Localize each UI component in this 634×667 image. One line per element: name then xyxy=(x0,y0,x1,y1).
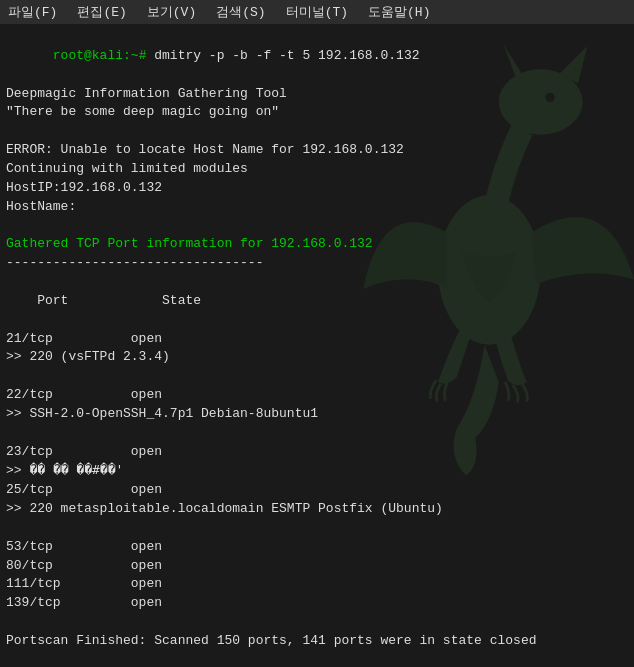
output-line-31 xyxy=(6,651,628,667)
terminal-body[interactable]: root@kali:~# dmitry -p -b -f -t 5 192.16… xyxy=(0,24,634,667)
port-22-line: 22/tcp open xyxy=(6,386,628,405)
menu-help[interactable]: 도움말(H) xyxy=(364,2,434,22)
menu-search[interactable]: 검색(S) xyxy=(212,2,269,22)
port-23-banner: >> �� �� ��#��' xyxy=(6,461,628,481)
output-line-8 xyxy=(6,216,628,235)
output-line-1: Deepmagic Information Gathering Tool xyxy=(6,85,628,104)
port-53-line: 53/tcp open xyxy=(6,538,628,557)
menu-file[interactable]: 파일(F) xyxy=(4,2,61,22)
portscan-finished-line: Portscan Finished: Scanned 150 ports, 14… xyxy=(6,632,628,651)
output-line-13 xyxy=(6,311,628,330)
port-header-line: Port State xyxy=(6,292,628,311)
port-23-line: 23/tcp open xyxy=(6,443,628,462)
port-22-banner: >> SSH-2.0-OpenSSH_4.7p1 Debian-8ubuntu1 xyxy=(6,405,628,424)
output-line-29 xyxy=(6,613,628,632)
output-line-3 xyxy=(6,122,628,141)
gathered-tcp-line: Gathered TCP Port information for 192.16… xyxy=(6,235,628,254)
port-111-line: 111/tcp open xyxy=(6,575,628,594)
port-25-line: 25/tcp open xyxy=(6,481,628,500)
error-line-1: ERROR: Unable to locate Host Name for 19… xyxy=(6,141,628,160)
port-21-banner: >> 220 (vsFTPd 2.3.4) xyxy=(6,348,628,367)
output-line-6: HostIP:192.168.0.132 xyxy=(6,179,628,198)
output-line-11 xyxy=(6,273,628,292)
command-text-1: dmitry -p -b -f -t 5 192.168.0.132 xyxy=(146,48,419,63)
separator-line: --------------------------------- xyxy=(6,254,628,273)
menu-view[interactable]: 보기(V) xyxy=(143,2,200,22)
output-line-7: HostName: xyxy=(6,198,628,217)
output-line-2: "There be some deep magic going on" xyxy=(6,103,628,122)
output-line-24 xyxy=(6,519,628,538)
prompt-user-1: root@kali xyxy=(53,48,123,63)
menu-bar: 파일(F) 편집(E) 보기(V) 검색(S) 터미널(T) 도움말(H) xyxy=(0,0,634,24)
menu-edit[interactable]: 편집(E) xyxy=(73,2,130,22)
command-line-1: root@kali:~# dmitry -p -b -f -t 5 192.16… xyxy=(6,28,628,85)
prompt-separator-1: :~# xyxy=(123,48,146,63)
output-line-16 xyxy=(6,367,628,386)
terminal-window: 파일(F) 편집(E) 보기(V) 검색(S) 터미널(T) 도움말(H) xyxy=(0,0,634,667)
port-139-line: 139/tcp open xyxy=(6,594,628,613)
port-21-line: 21/tcp open xyxy=(6,330,628,349)
menu-terminal[interactable]: 터미널(T) xyxy=(282,2,352,22)
port-25-banner: >> 220 metasploitable.localdomain ESMTP … xyxy=(6,500,628,519)
output-line-19 xyxy=(6,424,628,443)
output-line-5: Continuing with limited modules xyxy=(6,160,628,179)
port-80-line: 80/tcp open xyxy=(6,557,628,576)
